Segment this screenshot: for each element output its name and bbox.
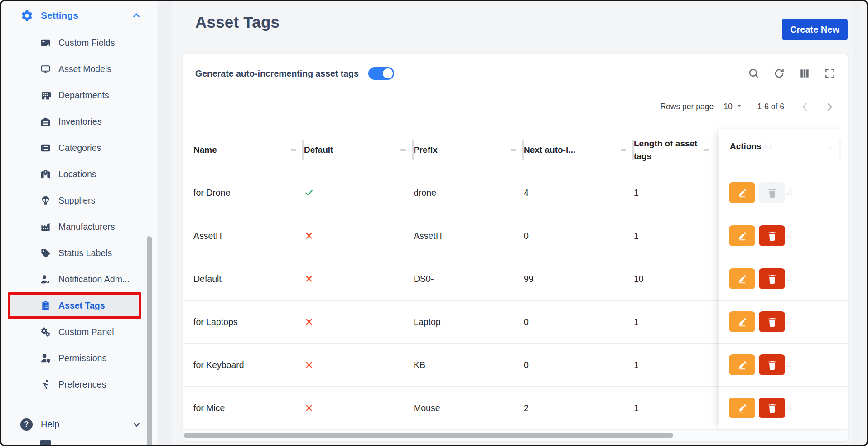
custom-fields-icon — [40, 38, 51, 48]
cell-prefix: Mouse — [414, 403, 440, 413]
actions-row: 4 — [719, 214, 848, 257]
delete-button[interactable] — [759, 354, 785, 375]
create-new-button[interactable]: Create New — [782, 19, 848, 40]
hidden-created-at-cell-ghost: 4 — [786, 228, 793, 243]
preferences-icon — [40, 379, 51, 390]
sidebar-item-locations[interactable]: Locations — [1, 161, 157, 187]
columns-icon[interactable] — [799, 68, 810, 79]
sidebar-item-preferences[interactable]: Preferences — [1, 371, 157, 398]
edit-button[interactable] — [729, 268, 755, 289]
hidden-created-at-cell-ghost: 4 — [786, 401, 793, 415]
cell-prefix: AssetIT — [414, 231, 444, 241]
auto-increment-toggle[interactable] — [368, 67, 394, 80]
drag-handle-icon[interactable] — [399, 145, 408, 155]
cell-length: 1 — [634, 188, 639, 198]
edit-button[interactable] — [729, 182, 755, 203]
cell-name: for Mice — [193, 403, 225, 413]
sidebar-item-inventories[interactable]: Inventories — [1, 108, 157, 135]
sidebar-item-categories[interactable]: Categories — [1, 135, 157, 161]
sidebar-item-permissions[interactable]: Permissions — [1, 345, 157, 371]
table-toolbar — [748, 68, 836, 79]
categories-icon — [40, 143, 51, 153]
cell-length: 1 — [634, 231, 639, 241]
previous-page-button[interactable] — [800, 102, 810, 112]
toggle-knob — [383, 68, 393, 78]
sidebar-item-status-labels[interactable]: Status Labels — [1, 240, 157, 266]
sidebar-settings-header[interactable]: Settings — [20, 6, 141, 25]
cell-prefix: Laptop — [414, 317, 441, 327]
sidebar-item-manufacturers[interactable]: Manufacturers — [1, 213, 157, 240]
sidebar-item-custom-panel[interactable]: Custom Panel — [1, 319, 157, 345]
delete-button[interactable] — [759, 225, 785, 246]
rows-per-page-select[interactable]: 10 — [723, 101, 743, 112]
drag-handle-icon[interactable] — [702, 145, 711, 155]
delete-button[interactable] — [759, 268, 785, 289]
drag-handle-icon[interactable] — [289, 145, 298, 155]
sidebar-item-suppliers[interactable]: Suppliers — [1, 187, 157, 213]
sidebar-rail — [158, 1, 172, 445]
sidebar-item-cutoff-icon — [40, 440, 51, 445]
sidebar-item-departments[interactable]: Departments — [1, 82, 157, 108]
sidebar-scrollbar[interactable] — [147, 236, 152, 445]
departments-icon — [40, 90, 51, 101]
actions-row: 4 — [719, 257, 848, 301]
fullscreen-icon[interactable] — [824, 68, 836, 79]
column-header-length: Length of asset tags — [634, 129, 711, 171]
sidebar-divider — [21, 405, 137, 405]
actions-row: 4 — [719, 344, 848, 387]
cell-name: AssetIT — [193, 231, 223, 241]
cell-name: Default — [193, 274, 222, 284]
rows-per-page-label: Rows per page — [660, 102, 714, 112]
app-window: Settings Custom Fields Asset Models Depa… — [0, 0, 868, 446]
check-icon — [304, 188, 314, 198]
delete-button[interactable] — [759, 311, 785, 332]
hidden-created-at-cell-ghost: 4 — [786, 271, 793, 286]
help-icon: ? — [20, 418, 33, 431]
gear-icon — [20, 9, 34, 22]
sidebar-item-asset-tags[interactable]: Asset Tags — [8, 292, 141, 319]
pagination-range: 1-6 of 6 — [757, 102, 784, 112]
cell-next-auto-increment: 4 — [524, 188, 529, 198]
sidebar-item-asset-models[interactable]: Asset Models — [1, 56, 157, 82]
cell-length: 10 — [634, 274, 644, 284]
cell-name: for Laptops — [193, 317, 238, 327]
edit-button[interactable] — [729, 354, 755, 375]
delete-button[interactable] — [759, 398, 785, 418]
search-icon[interactable] — [748, 68, 760, 79]
cell-prefix: DS0- — [414, 274, 434, 284]
sidebar-item-custom-fields[interactable]: Custom Fields — [1, 29, 157, 56]
asset-tags-icon — [40, 301, 51, 311]
drag-handle-icon[interactable] — [619, 145, 628, 155]
cell-next-auto-increment: 0 — [524, 231, 529, 241]
edit-button[interactable] — [729, 398, 755, 418]
sidebar-item-help[interactable]: ? Help — [20, 412, 141, 436]
edit-button[interactable] — [729, 225, 755, 246]
cell-length: 1 — [634, 360, 639, 370]
drag-handle-icon[interactable] — [509, 145, 518, 155]
caret-down-icon — [735, 101, 744, 112]
inventories-icon — [40, 116, 51, 127]
refresh-icon[interactable] — [773, 68, 785, 79]
next-page-button[interactable] — [824, 102, 835, 112]
cell-prefix: KB — [414, 360, 425, 370]
sidebar-item-notification-adm[interactable]: Notification Adm... — [1, 266, 157, 292]
sidebar: Settings Custom Fields Asset Models Depa… — [1, 1, 157, 445]
chevron-up-icon[interactable] — [131, 10, 141, 20]
edit-button[interactable] — [729, 311, 755, 332]
hidden-created-at-cell-ghost: 4 — [786, 185, 793, 200]
cell-next-auto-increment: 0 — [524, 360, 529, 370]
actions-row: 4 — [719, 387, 848, 430]
window-scrollbar-rail[interactable] — [853, 1, 860, 445]
pagination-bar: Rows per page 10 1-6 of 6 — [660, 101, 835, 112]
locations-icon — [40, 169, 51, 179]
cell-prefix: drone — [414, 188, 436, 198]
help-label: Help — [41, 419, 59, 430]
chevron-down-icon[interactable] — [132, 420, 141, 429]
delete-button[interactable] — [759, 182, 785, 203]
cell-name: for Drone — [193, 188, 230, 198]
horizontal-scrollbar[interactable] — [184, 433, 673, 438]
cell-length: 1 — [634, 403, 639, 413]
custom-panel-icon — [40, 327, 51, 337]
cell-next-auto-increment: 2 — [524, 403, 529, 413]
cell-length: 1 — [634, 317, 639, 327]
